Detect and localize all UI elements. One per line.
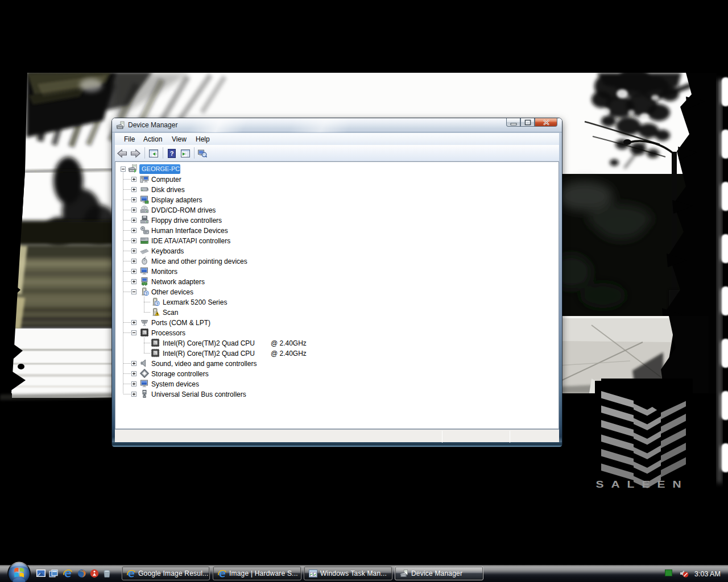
svg-text:?: ? (170, 150, 174, 157)
svg-text:?: ? (145, 291, 148, 296)
svg-text:SALEEN: SALEEN (595, 479, 688, 490)
svg-text:?: ? (156, 301, 159, 306)
